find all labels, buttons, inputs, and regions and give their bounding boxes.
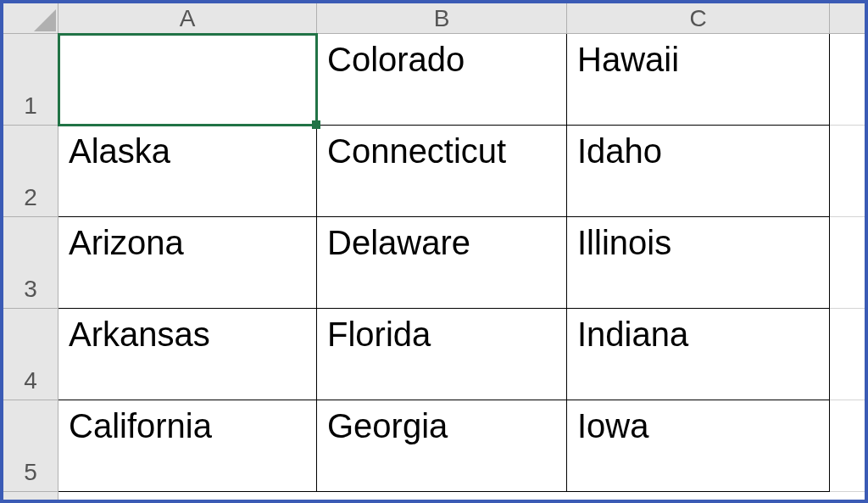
cell-C1[interactable]: Hawaii xyxy=(567,34,830,126)
cell-C5-value: Iowa xyxy=(577,407,649,445)
cell-A5[interactable]: California xyxy=(58,400,317,492)
cell-B4[interactable]: Florida xyxy=(317,309,567,400)
empty-cell xyxy=(830,492,865,500)
cell-B2[interactable]: Connecticut xyxy=(317,126,567,217)
column-header-B[interactable]: B xyxy=(317,3,567,34)
empty-cell xyxy=(58,492,317,500)
column-header-A[interactable]: A xyxy=(58,3,317,34)
empty-cell xyxy=(830,126,865,217)
empty-cell xyxy=(317,492,567,500)
cell-B1-value: Colorado xyxy=(327,41,465,79)
cell-A4[interactable]: Arkansas xyxy=(58,309,317,400)
empty-cell xyxy=(830,309,865,400)
cell-B4-value: Florida xyxy=(327,316,431,354)
row-header-4[interactable]: 4 xyxy=(3,309,58,400)
row-header-5[interactable]: 5 xyxy=(3,400,58,492)
cell-B1[interactable]: Colorado xyxy=(317,34,567,126)
cell-A3-value: Arizona xyxy=(69,224,184,262)
cell-C3-value: Illinois xyxy=(577,224,671,262)
fill-handle[interactable] xyxy=(312,120,320,129)
row-header-1[interactable]: 1 xyxy=(3,34,58,126)
empty-cell xyxy=(567,492,830,500)
column-header-empty xyxy=(830,3,865,34)
row-header-empty xyxy=(3,492,58,500)
empty-cell xyxy=(830,217,865,309)
cell-C1-value: Hawaii xyxy=(577,41,679,79)
cell-C5[interactable]: Iowa xyxy=(567,400,830,492)
empty-cell xyxy=(830,400,865,492)
cell-A3[interactable]: Arizona xyxy=(58,217,317,309)
empty-cell xyxy=(830,34,865,126)
cell-B5-value: Georgia xyxy=(327,407,448,445)
cell-A2-value: Alaska xyxy=(69,132,170,170)
cell-C3[interactable]: Illinois xyxy=(567,217,830,309)
row-header-3[interactable]: 3 xyxy=(3,217,58,309)
spreadsheet-grid: A B C 1 Colorado Hawaii 2 Alaska Connect… xyxy=(3,3,865,500)
cell-B3[interactable]: Delaware xyxy=(317,217,567,309)
select-all-corner[interactable] xyxy=(3,3,58,34)
cell-C2[interactable]: Idaho xyxy=(567,126,830,217)
cell-A5-value: California xyxy=(69,407,212,445)
cell-C4-value: Indiana xyxy=(577,316,688,354)
column-header-C[interactable]: C xyxy=(567,3,830,34)
cell-B3-value: Delaware xyxy=(327,224,470,262)
cell-A1[interactable] xyxy=(58,34,317,126)
cell-B2-value: Connecticut xyxy=(327,132,506,170)
cell-B5[interactable]: Georgia xyxy=(317,400,567,492)
cell-A4-value: Arkansas xyxy=(69,316,210,354)
cell-A2[interactable]: Alaska xyxy=(58,126,317,217)
row-header-2[interactable]: 2 xyxy=(3,126,58,217)
cell-C4[interactable]: Indiana xyxy=(567,309,830,400)
cell-C2-value: Idaho xyxy=(577,132,662,170)
svg-marker-0 xyxy=(34,9,56,31)
select-all-triangle-icon xyxy=(34,9,56,31)
